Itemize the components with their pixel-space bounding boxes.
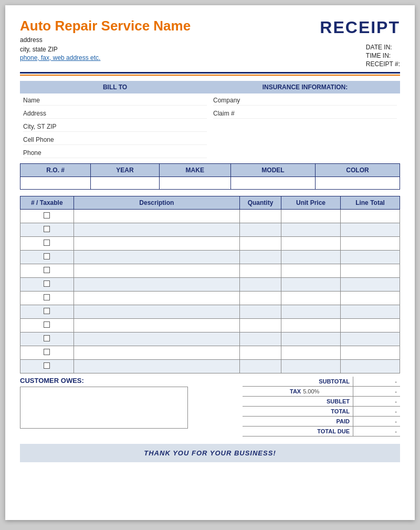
taxable-cell bbox=[20, 346, 74, 360]
unit-price-cell bbox=[281, 264, 341, 278]
taxable-checkbox[interactable] bbox=[44, 308, 50, 314]
bill-city-field: City, ST ZIP bbox=[23, 123, 207, 132]
line-total-cell bbox=[341, 305, 400, 319]
quantity-cell bbox=[239, 319, 281, 332]
description-cell bbox=[74, 305, 239, 319]
total-due-row: TOTAL DUE - bbox=[243, 427, 400, 437]
taxable-cell bbox=[20, 292, 74, 305]
divider bbox=[20, 72, 400, 76]
description-cell bbox=[74, 360, 239, 373]
unit-price-cell bbox=[281, 319, 341, 332]
receipt-num-label: RECEIPT #: bbox=[366, 60, 400, 68]
bill-cell-field: Cell Phone bbox=[23, 136, 207, 145]
line-total-cell bbox=[341, 223, 400, 237]
header-right-block: RECEIPT DATE IN: TIME IN: RECEIPT #: bbox=[320, 18, 400, 68]
taxable-checkbox[interactable] bbox=[44, 335, 50, 341]
line-total-cell bbox=[341, 346, 400, 360]
bill-phone-field: Phone bbox=[23, 149, 207, 158]
taxable-checkbox[interactable] bbox=[44, 362, 50, 369]
insurance-company-field: Company bbox=[213, 97, 397, 106]
unit-price-cell bbox=[281, 332, 341, 346]
paid-label: PAID bbox=[290, 417, 353, 426]
table-row bbox=[20, 210, 400, 223]
line-total-cell bbox=[341, 360, 400, 373]
taxable-cell bbox=[20, 319, 74, 332]
paid-row: PAID - bbox=[243, 417, 400, 427]
vehicle-year-value bbox=[91, 177, 159, 190]
taxable-checkbox[interactable] bbox=[44, 321, 50, 328]
bill-to-header: BILL TO bbox=[20, 81, 210, 93]
vehicle-header-row: R.O. # YEAR MAKE MODEL COLOR bbox=[20, 164, 400, 177]
description-cell bbox=[74, 264, 239, 278]
company-info: Auto Repair Service Name address city, s… bbox=[20, 18, 191, 61]
table-row bbox=[20, 319, 400, 332]
taxable-checkbox[interactable] bbox=[44, 280, 50, 287]
table-row bbox=[20, 332, 400, 346]
bill-to-fields: Name Address City, ST ZIP Cell Phone Pho… bbox=[20, 97, 210, 158]
bottom-section: CUSTOMER OWES: SUBTOTAL - TAX 5.00% - SU… bbox=[20, 377, 400, 437]
customer-owes-label: CUSTOMER OWES: bbox=[20, 377, 198, 384]
unit-price-cell bbox=[281, 237, 341, 251]
table-row bbox=[20, 292, 400, 305]
unit-price-cell bbox=[281, 346, 341, 360]
insurance-section: INSURANCE INFORMATION: Company Claim # bbox=[210, 81, 400, 158]
table-row bbox=[20, 264, 400, 278]
items-col-quantity: Quantity bbox=[239, 196, 281, 210]
sublet-value: - bbox=[353, 397, 400, 406]
taxable-checkbox[interactable] bbox=[44, 294, 50, 300]
time-in-label: TIME IN: bbox=[366, 52, 391, 59]
quantity-cell bbox=[239, 237, 281, 251]
total-value: - bbox=[353, 407, 400, 416]
line-total-cell bbox=[341, 210, 400, 223]
line-total-cell bbox=[341, 292, 400, 305]
footer-text: THANK YOU FOR YOUR BUSINESS! bbox=[25, 449, 395, 457]
bill-to-section: BILL TO Name Address City, ST ZIP Cell P… bbox=[20, 81, 210, 158]
vehicle-data-row bbox=[20, 177, 400, 190]
description-cell bbox=[74, 319, 239, 332]
vehicle-model-value bbox=[230, 177, 315, 190]
taxable-checkbox[interactable] bbox=[44, 226, 50, 232]
tax-text: TAX bbox=[290, 388, 301, 394]
vehicle-col-ro: R.O. # bbox=[20, 164, 91, 177]
taxable-cell bbox=[20, 210, 74, 223]
tax-percent: 5.00% bbox=[303, 388, 319, 394]
contact-link[interactable]: phone, fax, web address etc. bbox=[20, 54, 191, 61]
sublet-label: SUBLET bbox=[290, 397, 353, 406]
table-row bbox=[20, 360, 400, 373]
insurance-header: INSURANCE INFORMATION: bbox=[210, 81, 400, 93]
totals-section: SUBTOTAL - TAX 5.00% - SUBLET - TOTAL - … bbox=[243, 377, 400, 437]
quantity-cell bbox=[239, 292, 281, 305]
taxable-cell bbox=[20, 332, 74, 346]
customer-owes-box bbox=[20, 387, 188, 429]
unit-price-cell bbox=[281, 251, 341, 264]
taxable-checkbox[interactable] bbox=[44, 212, 50, 219]
line-total-cell bbox=[341, 237, 400, 251]
quantity-cell bbox=[239, 360, 281, 373]
items-header-row: # / Taxable Description Quantity Unit Pr… bbox=[20, 196, 400, 210]
taxable-checkbox[interactable] bbox=[44, 240, 50, 246]
taxable-checkbox[interactable] bbox=[44, 253, 50, 259]
customer-owes-section: CUSTOMER OWES: bbox=[20, 377, 198, 429]
taxable-cell bbox=[20, 223, 74, 237]
vehicle-color-value bbox=[315, 177, 400, 190]
quantity-cell bbox=[239, 305, 281, 319]
tax-label: TAX 5.00% bbox=[290, 387, 353, 396]
line-total-cell bbox=[341, 319, 400, 332]
quantity-cell bbox=[239, 223, 281, 237]
items-col-line-total: Line Total bbox=[341, 196, 400, 210]
header: Auto Repair Service Name address city, s… bbox=[20, 18, 400, 68]
quantity-cell bbox=[239, 346, 281, 360]
vehicle-ro-value bbox=[20, 177, 91, 190]
taxable-checkbox[interactable] bbox=[44, 349, 50, 355]
bill-insurance-section: BILL TO Name Address City, ST ZIP Cell P… bbox=[20, 81, 400, 158]
table-row bbox=[20, 305, 400, 319]
table-row bbox=[20, 278, 400, 292]
taxable-checkbox[interactable] bbox=[44, 267, 50, 273]
bill-address-field: Address bbox=[23, 110, 207, 119]
date-in-label: DATE IN: bbox=[366, 44, 392, 51]
description-cell bbox=[74, 292, 239, 305]
quantity-cell bbox=[239, 210, 281, 223]
vehicle-col-color: COLOR bbox=[315, 164, 400, 177]
quantity-cell bbox=[239, 278, 281, 292]
description-cell bbox=[74, 223, 239, 237]
